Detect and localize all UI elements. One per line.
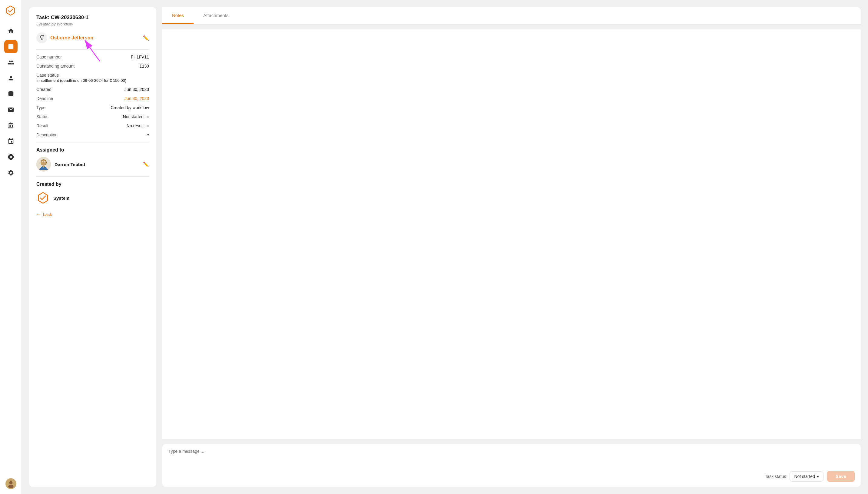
deadline-label: Deadline — [36, 96, 53, 101]
case-number-label: Case number — [36, 55, 62, 59]
sidebar-bottom — [5, 478, 16, 489]
status-value: Not started — [123, 114, 149, 119]
tabs-row: Notes Attachments — [162, 7, 861, 24]
app-logo[interactable] — [5, 5, 17, 17]
back-label: back — [43, 212, 52, 217]
task-title: Task: CW-20230630-1 — [36, 15, 149, 21]
svg-point-14 — [41, 160, 46, 165]
section-divider-1 — [36, 142, 149, 142]
back-button[interactable]: ← back — [36, 212, 149, 217]
outstanding-amount-value: £130 — [140, 64, 149, 69]
contact-name[interactable]: Osborne Jefferson — [50, 35, 93, 41]
type-label: Type — [36, 105, 45, 110]
sidebar-item-database[interactable] — [4, 87, 18, 101]
task-subtitle: Created by Workflow — [36, 22, 149, 26]
result-label: Result — [36, 124, 48, 128]
assignee-avatar — [36, 157, 51, 172]
description-row[interactable]: Description ▾ — [36, 132, 149, 137]
sidebar — [0, 0, 22, 494]
result-value: No result — [126, 124, 149, 128]
tabs-container: Notes Attachments — [162, 7, 861, 24]
section-divider-2 — [36, 176, 149, 177]
contact-row: Osborne Jefferson ✏️ — [36, 33, 149, 43]
notes-panel: Notes Attachments Task status Not starte… — [162, 7, 861, 487]
message-input-card: Task status Not started ▾ Save — [162, 444, 861, 487]
user-avatar[interactable] — [5, 478, 16, 489]
svg-rect-0 — [8, 44, 13, 50]
save-button[interactable]: Save — [827, 471, 855, 482]
case-status-block: Case status In settlement (deadline on 0… — [36, 73, 149, 83]
back-arrow-icon: ← — [36, 212, 41, 217]
case-number-row: Case number FH1FV11 — [36, 55, 149, 59]
chevron-down-icon: ▾ — [147, 133, 149, 137]
notes-content — [162, 30, 861, 439]
case-status-value: In settlement (deadline on 09-06-2024 fo… — [36, 78, 149, 83]
sidebar-item-home[interactable] — [4, 24, 18, 38]
sidebar-item-settings[interactable] — [4, 166, 18, 179]
created-by-title: Created by — [36, 182, 149, 187]
case-status-label: Case status — [36, 73, 149, 78]
sidebar-item-team[interactable] — [4, 150, 18, 164]
task-card: Task: CW-20230630-1 Created by Workflow … — [29, 7, 156, 487]
outstanding-amount-label: Outstanding amount — [36, 64, 75, 69]
result-row: Result No result — [36, 124, 149, 128]
status-label: Status — [36, 114, 48, 119]
assigned-to-title: Assigned to — [36, 147, 149, 153]
svg-point-3 — [9, 481, 13, 484]
assignee-edit-icon[interactable]: ✏️ — [143, 162, 149, 167]
created-by-row: System — [36, 191, 149, 205]
type-row: Type Created by workflow — [36, 105, 149, 110]
message-actions: Task status Not started ▾ Save — [169, 471, 855, 482]
main-content: Task: CW-20230630-1 Created by Workflow … — [22, 0, 868, 494]
created-value: Jun 30, 2023 — [124, 87, 149, 92]
contact-gender-icon — [36, 33, 47, 43]
message-input[interactable] — [169, 449, 855, 467]
svg-point-18 — [45, 162, 45, 163]
assignee-row: Darren Tebbitt ✏️ — [36, 157, 149, 172]
tab-notes[interactable]: Notes — [162, 7, 194, 24]
outstanding-amount-row: Outstanding amount £130 — [36, 64, 149, 69]
status-dropdown-chevron: ▾ — [817, 474, 819, 479]
type-value: Created by workflow — [111, 105, 149, 110]
assignee-name: Darren Tebbitt — [55, 162, 139, 167]
sidebar-item-bank[interactable] — [4, 119, 18, 132]
tab-attachments[interactable]: Attachments — [194, 7, 238, 24]
deadline-value: Jun 30, 2023 — [124, 96, 149, 101]
system-logo — [36, 191, 50, 205]
deadline-row: Deadline Jun 30, 2023 — [36, 96, 149, 101]
creator-name: System — [53, 195, 70, 201]
status-dropdown[interactable]: Not started ▾ — [790, 471, 823, 481]
sidebar-item-workflow[interactable] — [4, 135, 18, 148]
sidebar-item-tasks[interactable] — [4, 40, 18, 53]
created-label: Created — [36, 87, 52, 92]
sidebar-item-person[interactable] — [4, 72, 18, 85]
case-number-value: FH1FV11 — [131, 55, 149, 59]
created-row: Created Jun 30, 2023 — [36, 87, 149, 92]
status-dot — [146, 116, 149, 118]
status-row: Status Not started — [36, 114, 149, 119]
sidebar-item-contacts[interactable] — [4, 56, 18, 69]
sidebar-item-mail[interactable] — [4, 103, 18, 116]
result-dot — [146, 125, 149, 127]
status-dropdown-value: Not started — [794, 474, 815, 479]
svg-point-17 — [42, 162, 43, 163]
task-status-label: Task status — [765, 474, 786, 479]
contact-edit-icon[interactable]: ✏️ — [143, 35, 149, 41]
description-label: Description — [36, 132, 58, 137]
